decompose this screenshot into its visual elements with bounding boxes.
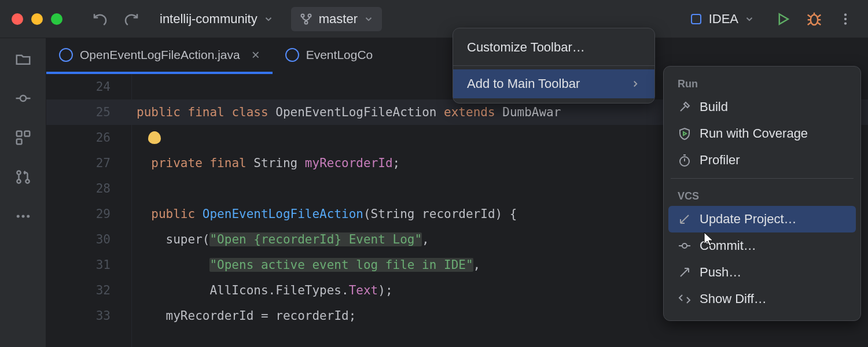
chevron-down-icon	[263, 14, 274, 24]
stopwatch-icon	[678, 153, 692, 167]
build-item[interactable]: Build	[668, 94, 856, 120]
add-to-toolbar-item[interactable]: Add to Main Toolbar	[453, 69, 654, 98]
svg-point-15	[16, 215, 19, 218]
lightbulb-icon[interactable]	[148, 131, 161, 144]
chevron-down-icon	[744, 14, 755, 24]
maximize-window-button[interactable]	[51, 13, 62, 25]
tab-label: EventLogCo	[306, 48, 373, 62]
redo-button[interactable]	[120, 8, 142, 30]
line-number: 30	[46, 227, 111, 252]
commit-icon	[14, 90, 32, 107]
project-label: intellij-community	[160, 12, 258, 27]
svg-rect-9	[16, 131, 21, 136]
editor-tab[interactable]: OpenEventLogFileAction.java ×	[46, 38, 273, 74]
update-project-item[interactable]: Update Project…	[668, 206, 856, 232]
push-icon	[678, 265, 692, 279]
svg-point-1	[308, 14, 311, 17]
gutter: 24 25 26 27 28 29 30 31 32 33	[46, 74, 132, 347]
branch-dropdown[interactable]: master	[291, 7, 382, 31]
svg-rect-11	[16, 139, 21, 145]
submenu-label: Show Diff…	[700, 291, 767, 307]
show-diff-item[interactable]: Show Diff…	[668, 286, 856, 312]
run-coverage-item[interactable]: Run with Coverage	[668, 120, 856, 147]
svg-point-13	[17, 179, 20, 183]
add-to-toolbar-submenu: Run Build Run with Coverage Profiler VCS…	[663, 66, 861, 321]
svg-point-2	[304, 21, 307, 24]
java-class-icon	[59, 48, 73, 62]
toolbar-context-menu: Customize Toolbar… Add to Main Toolbar	[453, 28, 655, 104]
line-number: 24	[46, 74, 111, 99]
more-tools-button[interactable]	[14, 207, 32, 226]
java-class-icon	[285, 48, 299, 62]
svg-point-0	[301, 14, 304, 17]
commit-item[interactable]: Commit…	[668, 232, 856, 259]
chevron-right-icon	[630, 79, 641, 89]
window-controls	[12, 13, 62, 25]
menu-item-label: Add to Main Toolbar	[467, 76, 580, 91]
svg-point-19	[682, 243, 687, 248]
svg-point-4	[811, 14, 818, 25]
folder-icon	[14, 50, 32, 68]
structure-tool-button[interactable]	[14, 128, 32, 147]
line-number: 27	[46, 150, 111, 176]
push-item[interactable]: Push…	[668, 259, 856, 286]
debug-button[interactable]	[803, 8, 825, 30]
play-icon	[774, 10, 792, 28]
more-horizontal-icon	[14, 208, 32, 225]
run-config-label: IDEA	[709, 12, 738, 27]
submenu-label: Profiler	[700, 153, 740, 168]
project-tool-button[interactable]	[14, 50, 32, 68]
submenu-label: Run with Coverage	[700, 126, 808, 141]
line-number: 33	[46, 303, 111, 328]
branch-label: master	[319, 12, 358, 27]
titlebar: intellij-community master IDEA	[0, 0, 868, 38]
customize-toolbar-item[interactable]: Customize Toolbar…	[453, 33, 654, 62]
menu-item-label: Customize Toolbar…	[467, 40, 585, 55]
tool-rail	[0, 38, 46, 347]
submenu-label: Build	[700, 99, 728, 115]
svg-point-16	[21, 215, 24, 218]
undo-button[interactable]	[89, 8, 111, 30]
update-icon	[678, 212, 692, 226]
commit-tool-button[interactable]	[14, 89, 32, 108]
chevron-down-icon	[363, 14, 374, 24]
run-config-dropdown[interactable]: IDEA	[681, 7, 763, 31]
run-config-icon	[689, 12, 703, 26]
svg-point-17	[27, 215, 30, 218]
mouse-cursor-icon	[703, 231, 715, 248]
more-button[interactable]	[834, 8, 856, 30]
branch-icon	[299, 12, 313, 26]
pull-requests-tool-button[interactable]	[14, 168, 32, 186]
project-dropdown[interactable]: intellij-community	[152, 7, 282, 31]
line-number: 32	[46, 278, 111, 303]
more-vertical-icon	[838, 12, 853, 27]
svg-point-6	[844, 17, 847, 20]
diff-icon	[678, 292, 692, 306]
minimize-window-button[interactable]	[31, 13, 43, 25]
line-number: 25	[46, 99, 111, 125]
pull-request-icon	[14, 168, 32, 186]
tab-label: OpenEventLogFileAction.java	[80, 48, 240, 62]
svg-point-12	[17, 171, 20, 174]
svg-point-7	[844, 22, 847, 24]
svg-rect-3	[692, 14, 701, 24]
line-number: 29	[46, 201, 111, 227]
editor-tab[interactable]: EventLogCo	[273, 38, 386, 74]
redo-icon	[123, 10, 140, 28]
line-number: 28	[46, 176, 111, 201]
run-button[interactable]	[772, 8, 794, 30]
submenu-section-header: Run	[668, 71, 856, 94]
menu-separator	[671, 178, 854, 179]
submenu-label: Update Project…	[700, 212, 797, 227]
svg-point-5	[844, 13, 847, 16]
close-window-button[interactable]	[12, 13, 23, 25]
line-number: 26	[46, 125, 111, 150]
profiler-item[interactable]: Profiler	[668, 147, 856, 174]
menu-separator	[453, 65, 654, 66]
bug-icon	[806, 10, 823, 28]
shield-play-icon	[678, 127, 692, 141]
submenu-section-header: VCS	[668, 183, 856, 206]
close-tab-button[interactable]: ×	[252, 47, 260, 63]
svg-point-14	[25, 179, 29, 183]
svg-point-8	[20, 95, 26, 101]
